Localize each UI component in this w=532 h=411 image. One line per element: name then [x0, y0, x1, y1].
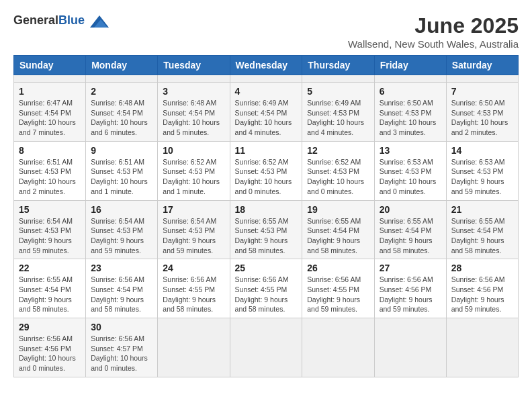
sunset-text: Sunset: 4:54 PM	[91, 285, 152, 295]
daylight-text: Daylight: 10 hours and 0 minutes.	[380, 177, 441, 196]
daylight-text: Daylight: 9 hours and 58 minutes.	[163, 295, 224, 314]
calendar-table: SundayMondayTuesdayWednesdayThursdayFrid…	[13, 55, 519, 377]
day-info: Sunrise: 6:56 AMSunset: 4:55 PMDaylight:…	[163, 275, 224, 314]
calendar-cell	[158, 75, 230, 83]
calendar-cell: 19Sunrise: 6:55 AMSunset: 4:54 PMDayligh…	[302, 200, 374, 259]
calendar-cell: 29Sunrise: 6:56 AMSunset: 4:56 PMDayligh…	[14, 318, 86, 377]
day-number: 26	[307, 263, 369, 273]
daylight-text: Daylight: 9 hours and 58 minutes.	[380, 236, 441, 255]
sunset-text: Sunset: 4:53 PM	[380, 108, 441, 118]
sunrise-text: Sunrise: 6:56 AM	[235, 275, 298, 285]
day-number: 12	[307, 145, 369, 156]
day-info: Sunrise: 6:55 AMSunset: 4:54 PMDaylight:…	[307, 216, 369, 256]
calendar-cell: 18Sunrise: 6:55 AMSunset: 4:53 PMDayligh…	[230, 200, 302, 259]
sunset-text: Sunset: 4:54 PM	[307, 226, 369, 236]
calendar-cell: 3Sunrise: 6:48 AMSunset: 4:54 PMDaylight…	[158, 83, 230, 142]
page-header: GeneralBlue June 2025 Wallsend, New Sout…	[13, 13, 519, 50]
sunset-text: Sunset: 4:53 PM	[235, 167, 298, 177]
day-info: Sunrise: 6:56 AMSunset: 4:55 PMDaylight:…	[307, 275, 369, 314]
sunset-text: Sunset: 4:53 PM	[307, 167, 369, 177]
sunset-text: Sunset: 4:56 PM	[19, 344, 81, 354]
sunset-text: Sunset: 4:53 PM	[235, 226, 298, 236]
day-number: 14	[451, 145, 513, 156]
day-info: Sunrise: 6:52 AMSunset: 4:53 PMDaylight:…	[235, 157, 298, 197]
calendar-cell	[302, 318, 374, 377]
daylight-text: Daylight: 10 hours and 1 minute.	[163, 177, 224, 196]
calendar-cell: 26Sunrise: 6:56 AMSunset: 4:55 PMDayligh…	[302, 259, 374, 318]
sunset-text: Sunset: 4:53 PM	[91, 167, 152, 177]
day-info: Sunrise: 6:53 AMSunset: 4:53 PMDaylight:…	[451, 157, 513, 197]
day-info: Sunrise: 6:56 AMSunset: 4:57 PMDaylight:…	[91, 334, 152, 373]
day-number: 21	[451, 204, 513, 215]
sunrise-text: Sunrise: 6:51 AM	[91, 157, 152, 167]
daylight-text: Daylight: 9 hours and 59 minutes.	[307, 295, 369, 314]
calendar-header-row: SundayMondayTuesdayWednesdayThursdayFrid…	[14, 56, 519, 75]
day-info: Sunrise: 6:48 AMSunset: 4:54 PMDaylight:…	[163, 98, 224, 138]
day-info: Sunrise: 6:55 AMSunset: 4:54 PMDaylight:…	[19, 275, 81, 314]
weekday-header-friday: Friday	[374, 56, 446, 75]
calendar-cell: 24Sunrise: 6:56 AMSunset: 4:55 PMDayligh…	[158, 259, 230, 318]
calendar-cell: 10Sunrise: 6:52 AMSunset: 4:53 PMDayligh…	[158, 141, 230, 200]
calendar-cell	[374, 75, 446, 83]
sunrise-text: Sunrise: 6:54 AM	[19, 216, 81, 226]
logo-text: GeneralBlue	[13, 13, 109, 28]
calendar-week-row	[14, 75, 519, 83]
weekday-header-tuesday: Tuesday	[158, 56, 230, 75]
daylight-text: Daylight: 10 hours and 7 minutes.	[19, 118, 81, 137]
sunrise-text: Sunrise: 6:55 AM	[451, 216, 513, 226]
daylight-text: Daylight: 9 hours and 58 minutes.	[235, 236, 298, 255]
calendar-cell	[230, 318, 302, 377]
sunrise-text: Sunrise: 6:56 AM	[163, 275, 224, 285]
sunset-text: Sunset: 4:55 PM	[163, 285, 224, 295]
sunrise-text: Sunrise: 6:53 AM	[380, 157, 441, 167]
sunrise-text: Sunrise: 6:56 AM	[91, 334, 152, 344]
daylight-text: Daylight: 10 hours and 6 minutes.	[91, 118, 152, 137]
sunset-text: Sunset: 4:54 PM	[163, 108, 224, 118]
sunrise-text: Sunrise: 6:47 AM	[19, 98, 81, 108]
day-number: 27	[380, 263, 441, 273]
day-number: 1	[19, 86, 81, 97]
day-info: Sunrise: 6:51 AMSunset: 4:53 PMDaylight:…	[91, 157, 152, 197]
day-number: 22	[19, 263, 81, 273]
weekday-header-sunday: Sunday	[14, 56, 86, 75]
day-number: 3	[163, 86, 224, 97]
calendar-cell: 17Sunrise: 6:54 AMSunset: 4:53 PMDayligh…	[158, 200, 230, 259]
day-info: Sunrise: 6:48 AMSunset: 4:54 PMDaylight:…	[91, 98, 152, 138]
calendar-cell: 23Sunrise: 6:56 AMSunset: 4:54 PMDayligh…	[86, 259, 158, 318]
logo-icon	[90, 15, 109, 28]
day-number: 10	[163, 145, 224, 156]
daylight-text: Daylight: 10 hours and 0 minutes.	[235, 177, 298, 196]
calendar-cell: 1Sunrise: 6:47 AMSunset: 4:54 PMDaylight…	[14, 83, 86, 142]
sunset-text: Sunset: 4:53 PM	[19, 226, 81, 236]
sunset-text: Sunset: 4:53 PM	[163, 226, 224, 236]
sunset-text: Sunset: 4:54 PM	[19, 285, 81, 295]
sunset-text: Sunset: 4:53 PM	[19, 167, 81, 177]
sunrise-text: Sunrise: 6:49 AM	[235, 98, 298, 108]
day-number: 9	[91, 145, 152, 156]
daylight-text: Daylight: 9 hours and 59 minutes.	[380, 295, 441, 314]
sunrise-text: Sunrise: 6:53 AM	[451, 157, 513, 167]
sunset-text: Sunset: 4:54 PM	[91, 108, 152, 118]
day-info: Sunrise: 6:54 AMSunset: 4:53 PMDaylight:…	[91, 216, 152, 256]
sunrise-text: Sunrise: 6:56 AM	[380, 275, 441, 285]
sunrise-text: Sunrise: 6:50 AM	[451, 98, 513, 108]
weekday-header-wednesday: Wednesday	[230, 56, 302, 75]
calendar-cell: 28Sunrise: 6:56 AMSunset: 4:56 PMDayligh…	[446, 259, 518, 318]
day-number: 29	[19, 322, 81, 332]
day-number: 30	[91, 322, 152, 332]
sunset-text: Sunset: 4:54 PM	[380, 226, 441, 236]
sunrise-text: Sunrise: 6:52 AM	[163, 157, 224, 167]
daylight-text: Daylight: 9 hours and 59 minutes.	[19, 236, 81, 255]
title-section: June 2025 Wallsend, New South Wales, Aus…	[348, 13, 519, 50]
sunrise-text: Sunrise: 6:54 AM	[163, 216, 224, 226]
sunrise-text: Sunrise: 6:56 AM	[91, 275, 152, 285]
day-number: 16	[91, 204, 152, 215]
sunset-text: Sunset: 4:53 PM	[451, 167, 513, 177]
logo: GeneralBlue	[13, 13, 109, 28]
daylight-text: Daylight: 9 hours and 59 minutes.	[451, 295, 513, 314]
daylight-text: Daylight: 10 hours and 4 minutes.	[307, 118, 369, 137]
daylight-text: Daylight: 9 hours and 59 minutes.	[163, 236, 224, 255]
daylight-text: Daylight: 10 hours and 4 minutes.	[235, 118, 298, 137]
weekday-header-monday: Monday	[86, 56, 158, 75]
day-number: 19	[307, 204, 369, 215]
